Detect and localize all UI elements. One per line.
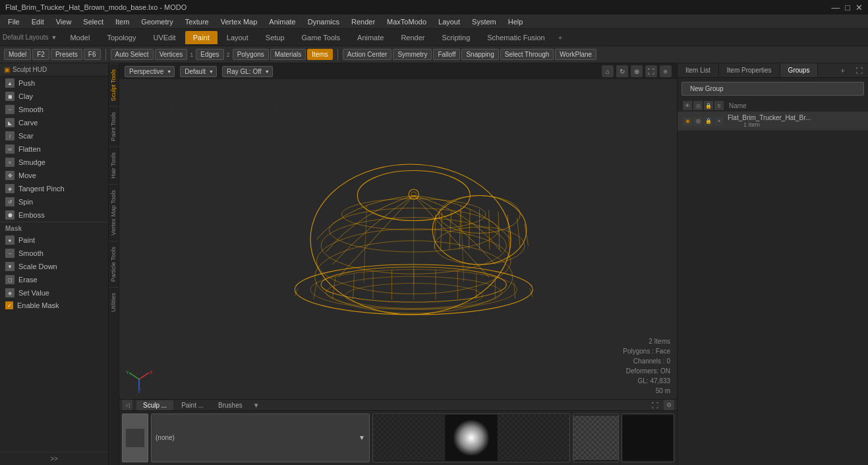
tab-item-properties[interactable]: Item Properties (719, 63, 780, 77)
item-expand-icon[interactable]: + (714, 117, 724, 126)
mask-tool-scale-down[interactable]: ▼Scale Down (0, 260, 108, 273)
brush-none-selector[interactable]: (none) ▼ (151, 414, 370, 462)
tab-game-tools[interactable]: Game Tools (294, 31, 349, 44)
tool-smudge[interactable]: ≈Smudge (0, 156, 108, 169)
close-button[interactable]: ✕ (855, 3, 863, 13)
tool-carve[interactable]: ◣Carve (0, 116, 108, 129)
minimize-button[interactable]: — (831, 3, 840, 13)
menu-item-render[interactable]: Render (346, 16, 380, 27)
tab-item-list[interactable]: Item List (678, 63, 719, 77)
zoom-icon[interactable]: ⊕ (631, 65, 643, 77)
tab-scripting[interactable]: Scripting (434, 31, 478, 44)
new-group-button[interactable]: New Group (681, 82, 864, 96)
menu-item-geometry[interactable]: Geometry (136, 16, 178, 27)
viewport[interactable]: Perspective Default Ray GL: Off ⌂ ↻ ⊕ ⛶ … (119, 63, 677, 465)
tool-push[interactable]: ▲Push (0, 77, 108, 90)
tab-render[interactable]: Render (393, 31, 432, 44)
color-swatch[interactable] (122, 414, 148, 462)
tab-layout[interactable]: Layout (219, 31, 256, 44)
render-icon[interactable]: ◎ (693, 101, 703, 110)
side-tab-utilities[interactable]: Utilities (109, 287, 119, 317)
maximize-viewport-icon[interactable]: ⛶ (645, 65, 657, 77)
tool-clay[interactable]: ◼Clay (0, 90, 108, 103)
mask-tool-smooth[interactable]: ~Smooth (0, 247, 108, 260)
side-tab-paint-tools[interactable]: Paint Tools (109, 106, 119, 146)
default-layouts-label[interactable]: Default Layouts (3, 34, 49, 41)
tab-paint[interactable]: Paint (185, 31, 217, 44)
maximize-button[interactable]: □ (845, 3, 850, 13)
tab-sculpt[interactable]: Sculp ... (136, 400, 173, 410)
list-item[interactable]: ◉ ◎ 🔒 + Flat_Brim_Trucker_Hat_Br... 1 It… (678, 112, 868, 131)
home-icon[interactable]: ⌂ (602, 65, 614, 77)
item-eye-icon[interactable]: ◉ (683, 117, 692, 126)
solo-icon[interactable]: S (714, 101, 724, 110)
menu-item-system[interactable]: System (467, 16, 502, 27)
tab-add-button[interactable]: + (553, 31, 567, 44)
tool-set-value[interactable]: ◈Set Value (0, 286, 108, 299)
menu-item-animate[interactable]: Animate (264, 16, 301, 27)
tool-smooth[interactable]: ~Smooth (0, 103, 108, 116)
model-mode-btn[interactable]: Model (4, 49, 31, 60)
workplane-btn[interactable]: WorkPlane (555, 49, 596, 60)
symmetry-btn[interactable]: Symmetry (393, 49, 432, 60)
tab-topology[interactable]: Topology (99, 31, 144, 44)
side-tab-vertex-map-tools[interactable]: Vertex Map Tools (109, 184, 119, 241)
panel-collapse-btn[interactable]: ◁ (122, 400, 132, 410)
materials-btn[interactable]: Materials (270, 49, 306, 60)
menu-item-vertex-map[interactable]: Vertex Map (216, 16, 263, 27)
shading-dropdown[interactable]: Default (180, 66, 217, 77)
enable-mask-checkbox[interactable]: ✓ (5, 301, 13, 309)
presets-btn[interactable]: Presets (51, 49, 82, 60)
item-render-icon[interactable]: ◎ (693, 117, 703, 126)
rotate-icon[interactable]: ↻ (616, 65, 628, 77)
f2-btn[interactable]: F2 (32, 49, 49, 60)
tool-scar[interactable]: /Scar (0, 129, 108, 142)
tool-move[interactable]: ✥Move (0, 169, 108, 182)
menu-item-layout[interactable]: Layout (433, 16, 465, 27)
auto-select-btn[interactable]: Auto Select (111, 49, 154, 60)
tool-emboss[interactable]: ⬟Emboss (0, 208, 108, 222)
expand-bottom-btn[interactable]: ⛶ (649, 400, 661, 410)
tab-brushes[interactable]: Brushes (212, 400, 249, 410)
enable-mask-row[interactable]: ✓Enable Mask (0, 299, 108, 311)
tool-spin[interactable]: ↺Spin (0, 195, 108, 208)
menu-item-item[interactable]: Item (110, 16, 134, 27)
side-tab-sculpt-tools[interactable]: Sculpt Tools (109, 63, 119, 106)
side-tab-particle-tools[interactable]: Particle Tools (109, 241, 119, 287)
action-center-btn[interactable]: Action Center (343, 49, 392, 60)
side-tab-hair-tools[interactable]: Hair Tools (109, 146, 119, 184)
snapping-btn[interactable]: Snapping (461, 49, 498, 60)
menu-item-file[interactable]: File (3, 16, 25, 27)
menu-item-select[interactable]: Select (78, 16, 109, 27)
select-through-btn[interactable]: Select Through (500, 49, 554, 60)
settings-icon[interactable]: ≡ (660, 65, 672, 77)
tool-erase[interactable]: ◻Erase (0, 273, 108, 286)
menu-item-view[interactable]: View (51, 16, 77, 27)
tab-paint[interactable]: Paint ... (175, 400, 210, 410)
vertices-btn[interactable]: Vertices (155, 49, 188, 60)
item-lock-icon[interactable]: 🔒 (704, 117, 713, 126)
edges-btn[interactable]: Edges (196, 49, 223, 60)
polygons-btn[interactable]: Polygons (233, 49, 269, 60)
add-panel-btn[interactable]: + (836, 64, 850, 77)
expand-right-panel-btn[interactable]: ⛶ (850, 64, 868, 77)
tab-schematic-fusion[interactable]: Schematic Fusion (479, 31, 552, 44)
projection-dropdown[interactable]: Perspective (125, 66, 175, 77)
expand-panel-btn[interactable]: >> (0, 452, 108, 465)
menu-item-help[interactable]: Help (503, 16, 529, 27)
tab-animate[interactable]: Animate (349, 31, 391, 44)
items-btn[interactable]: Items (307, 49, 332, 60)
eye-icon[interactable]: 👁 (683, 101, 692, 110)
settings-bottom-btn[interactable]: ⚙ (664, 400, 674, 410)
menu-item-edit[interactable]: Edit (26, 16, 49, 27)
tab-groups[interactable]: Groups (780, 63, 819, 77)
menu-item-texture[interactable]: Texture (180, 16, 214, 27)
tab-model[interactable]: Model (62, 31, 98, 44)
ray-gl-dropdown[interactable]: Ray GL: Off (222, 66, 273, 77)
falloff-btn[interactable]: Falloff (433, 49, 460, 60)
mask-tool-paint[interactable]: ●Paint (0, 233, 108, 247)
tab-setup[interactable]: Setup (258, 31, 293, 44)
lock-icon[interactable]: 🔒 (704, 101, 713, 110)
layouts-dropdown-icon[interactable]: ▼ (51, 34, 57, 41)
menu-item-maxtomodo[interactable]: MaxToModo (382, 16, 432, 27)
